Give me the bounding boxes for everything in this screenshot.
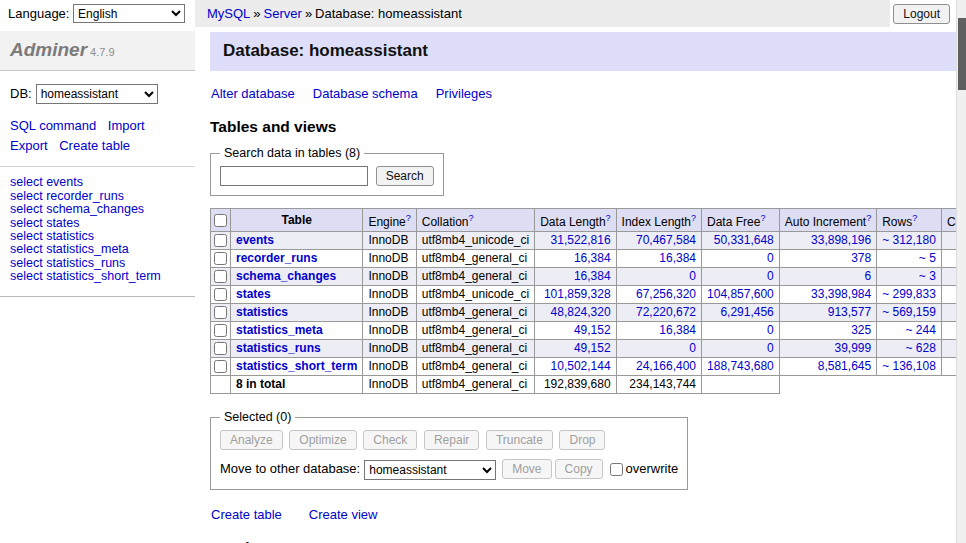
column-help-icon[interactable]: ? bbox=[606, 213, 611, 223]
data-length-link[interactable]: 48,824,320 bbox=[551, 305, 611, 319]
index-length-link[interactable]: 16,384 bbox=[659, 251, 696, 265]
sidebar-select-statistics-short-term[interactable]: select statistics_short_term bbox=[10, 270, 185, 283]
check-button[interactable]: Check bbox=[363, 430, 417, 450]
rows-link[interactable]: ~ 312,180 bbox=[882, 233, 936, 247]
copy-button[interactable]: Copy bbox=[555, 459, 603, 479]
auto-increment-link[interactable]: 913,577 bbox=[828, 305, 871, 319]
vertical-scrollbar[interactable] bbox=[956, 0, 966, 543]
table-link-statistics-meta[interactable]: statistics_meta bbox=[236, 323, 323, 337]
create-table-link[interactable]: Create table bbox=[211, 507, 282, 522]
rows-link[interactable]: ~ 3 bbox=[919, 269, 936, 283]
rows-link[interactable]: ~ 5 bbox=[919, 251, 936, 265]
auto-increment-link[interactable]: 6 bbox=[864, 269, 871, 283]
sidebar-select-states[interactable]: select states bbox=[10, 217, 185, 230]
auto-increment-link[interactable]: 325 bbox=[851, 323, 871, 337]
search-button[interactable]: Search bbox=[376, 166, 434, 186]
overwrite-label[interactable]: overwrite bbox=[610, 461, 679, 476]
breadcrumb-server-link[interactable]: Server bbox=[264, 6, 302, 21]
auto-increment-link[interactable]: 33,898,196 bbox=[811, 233, 871, 247]
table-link-statistics[interactable]: statistics bbox=[236, 305, 288, 319]
row-checkbox-schema-changes[interactable] bbox=[214, 270, 227, 283]
sidebar-select-statistics-meta[interactable]: select statistics_meta bbox=[10, 243, 185, 256]
data-free-link[interactable]: 104,857,600 bbox=[707, 287, 774, 301]
table-link-recorder-runs[interactable]: recorder_runs bbox=[236, 251, 317, 265]
sidebar-link-import[interactable]: Import bbox=[108, 118, 145, 133]
row-checkbox-statistics-short-term[interactable] bbox=[214, 360, 227, 373]
row-checkbox-statistics[interactable] bbox=[214, 306, 227, 319]
sidebar-select-recorder-runs[interactable]: select recorder_runs bbox=[10, 190, 185, 203]
rows-link[interactable]: ~ 299,833 bbox=[882, 287, 936, 301]
adminer-logo[interactable]: Adminer4.7.9 bbox=[0, 31, 195, 71]
data-free-link[interactable]: 188,743,680 bbox=[707, 359, 774, 373]
select-all-checkbox[interactable] bbox=[214, 214, 227, 227]
sidebar-select-statistics[interactable]: select statistics bbox=[10, 230, 185, 243]
overwrite-checkbox[interactable] bbox=[610, 463, 623, 476]
db-select[interactable]: homeassistant bbox=[36, 84, 158, 104]
alter-database-link[interactable]: Alter database bbox=[211, 86, 295, 101]
sidebar-link-export[interactable]: Export bbox=[10, 138, 48, 153]
sidebar-select-schema-changes[interactable]: select schema_changes bbox=[10, 203, 185, 216]
analyze-button[interactable]: Analyze bbox=[220, 430, 283, 450]
table-link-statistics-runs[interactable]: statistics_runs bbox=[236, 341, 321, 355]
database-schema-link[interactable]: Database schema bbox=[313, 86, 418, 101]
sidebar-link-sql-command[interactable]: SQL command bbox=[10, 118, 96, 133]
privileges-link[interactable]: Privileges bbox=[436, 86, 492, 101]
row-checkbox-statistics-meta[interactable] bbox=[214, 324, 227, 337]
column-help-icon[interactable]: ? bbox=[691, 213, 696, 223]
sidebar-link-create-table[interactable]: Create table bbox=[59, 138, 130, 153]
data-free-link[interactable]: 0 bbox=[767, 251, 774, 265]
drop-button[interactable]: Drop bbox=[559, 430, 605, 450]
table-link-statistics-short-term[interactable]: statistics_short_term bbox=[236, 359, 357, 373]
table-link-events[interactable]: events bbox=[236, 233, 274, 247]
truncate-button[interactable]: Truncate bbox=[486, 430, 553, 450]
data-length-link[interactable]: 16,384 bbox=[574, 251, 611, 265]
language-select[interactable]: English bbox=[73, 4, 185, 23]
column-help-icon[interactable]: ? bbox=[760, 213, 765, 223]
move-button[interactable]: Move bbox=[502, 459, 551, 479]
data-length-link[interactable]: 49,152 bbox=[574, 323, 611, 337]
rows-link[interactable]: ~ 244 bbox=[906, 323, 936, 337]
row-checkbox-states[interactable] bbox=[214, 288, 227, 301]
rows-link[interactable]: ~ 136,108 bbox=[882, 359, 936, 373]
sidebar-select-statistics-runs[interactable]: select statistics_runs bbox=[10, 257, 185, 270]
auto-increment-link[interactable]: 39,999 bbox=[834, 341, 871, 355]
breadcrumb-driver-link[interactable]: MySQL bbox=[207, 6, 250, 21]
repair-button[interactable]: Repair bbox=[424, 430, 479, 450]
rows-link[interactable]: ~ 628 bbox=[906, 341, 936, 355]
index-length-link[interactable]: 72,220,672 bbox=[636, 305, 696, 319]
search-input[interactable] bbox=[220, 166, 368, 186]
table-link-states[interactable]: states bbox=[236, 287, 271, 301]
data-length-link[interactable]: 49,152 bbox=[574, 341, 611, 355]
create-view-link[interactable]: Create view bbox=[309, 507, 378, 522]
data-free-link[interactable]: 0 bbox=[767, 323, 774, 337]
index-length-link[interactable]: 67,256,320 bbox=[636, 287, 696, 301]
scrollbar-thumb[interactable] bbox=[958, 18, 966, 90]
index-length-link[interactable]: 0 bbox=[689, 269, 696, 283]
column-help-icon[interactable]: ? bbox=[468, 213, 473, 223]
index-length-link[interactable]: 16,384 bbox=[659, 323, 696, 337]
data-free-link[interactable]: 50,331,648 bbox=[714, 233, 774, 247]
auto-increment-link[interactable]: 8,581,645 bbox=[818, 359, 871, 373]
data-free-link[interactable]: 0 bbox=[767, 341, 774, 355]
index-length-link[interactable]: 70,467,584 bbox=[636, 233, 696, 247]
data-free-link[interactable]: 6,291,456 bbox=[720, 305, 773, 319]
row-checkbox-recorder-runs[interactable] bbox=[214, 252, 227, 265]
logout-button[interactable]: Logout bbox=[893, 4, 950, 24]
auto-increment-link[interactable]: 33,398,984 bbox=[811, 287, 871, 301]
column-help-icon[interactable]: ? bbox=[912, 213, 917, 223]
row-checkbox-events[interactable] bbox=[214, 234, 227, 247]
table-link-schema-changes[interactable]: schema_changes bbox=[236, 269, 336, 283]
data-length-link[interactable]: 101,859,328 bbox=[544, 287, 611, 301]
index-length-link[interactable]: 0 bbox=[689, 341, 696, 355]
auto-increment-link[interactable]: 378 bbox=[851, 251, 871, 265]
data-length-link[interactable]: 10,502,144 bbox=[551, 359, 611, 373]
data-length-link[interactable]: 31,522,816 bbox=[551, 233, 611, 247]
move-db-select[interactable]: homeassistant bbox=[364, 460, 496, 480]
index-length-link[interactable]: 24,166,400 bbox=[636, 359, 696, 373]
sidebar-select-events[interactable]: select events bbox=[10, 176, 185, 189]
data-free-link[interactable]: 0 bbox=[767, 269, 774, 283]
column-help-icon[interactable]: ? bbox=[406, 213, 411, 223]
row-checkbox-statistics-runs[interactable] bbox=[214, 342, 227, 355]
column-help-icon[interactable]: ? bbox=[866, 213, 871, 223]
optimize-button[interactable]: Optimize bbox=[289, 430, 356, 450]
